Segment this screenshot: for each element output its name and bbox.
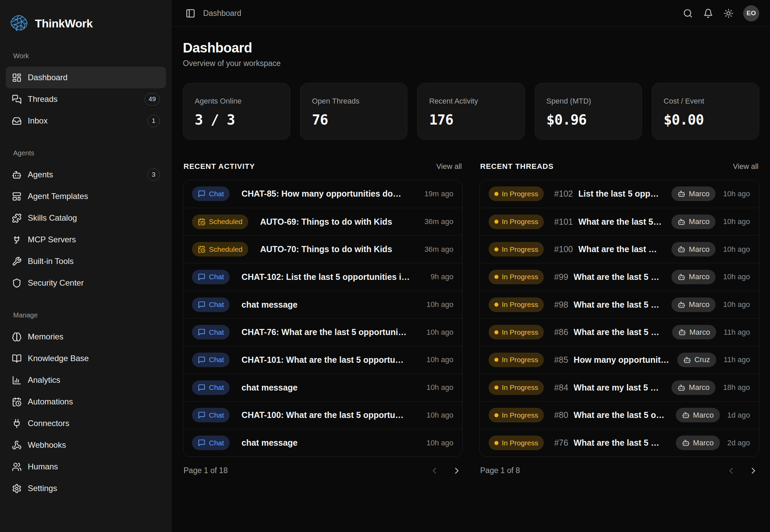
- sidebar-toggle-icon[interactable]: [184, 6, 197, 20]
- thread-title: What are the last 5 …: [574, 300, 665, 310]
- sidebar-nav: WorkDashboardThreads49Inbox1AgentsAgents…: [6, 52, 166, 499]
- sidebar-item-label: Knowledge Base: [28, 354, 160, 363]
- threads-prev-page-icon[interactable]: [726, 466, 736, 476]
- status-dot-icon: [494, 330, 498, 334]
- thread-row[interactable]: In Progress#100What are the last …Marco1…: [480, 235, 759, 263]
- chat-badge: Chat: [192, 408, 230, 422]
- thread-title: What are the last 5 …: [574, 272, 665, 282]
- status-label: In Progress: [502, 411, 538, 419]
- status-dot-icon: [494, 358, 498, 362]
- bot-icon: [678, 328, 686, 336]
- sidebar-item-memories[interactable]: Memories: [6, 326, 166, 348]
- thread-time: 10h ago: [723, 190, 750, 198]
- sidebar-item-label: Humans: [28, 462, 160, 471]
- activity-time: 10h ago: [426, 328, 453, 337]
- message-square-icon: [198, 273, 206, 281]
- stat-label: Recent Activity: [429, 97, 513, 106]
- sidebar-item-skills-catalog[interactable]: Skills Catalog: [6, 207, 166, 229]
- bot-icon: [12, 170, 22, 180]
- badge-label: Chat: [209, 301, 224, 309]
- sidebar-item-built-in-tools[interactable]: Built-in Tools: [6, 250, 166, 272]
- agent-chip: Marco: [676, 408, 720, 422]
- activity-view-all-link[interactable]: View all: [436, 162, 462, 171]
- activity-row[interactable]: ScheduledAUTO-69: Things to do with Kids…: [183, 208, 462, 236]
- sidebar-item-knowledge-base[interactable]: Knowledge Base: [6, 348, 166, 369]
- threads-next-page-icon[interactable]: [748, 466, 758, 476]
- activity-row[interactable]: Chatchat message10h ago: [183, 374, 462, 401]
- gear-icon: [12, 484, 22, 493]
- activity-row[interactable]: ChatCHAT-101: What are the last 5 opport…: [183, 346, 462, 374]
- section-label-manage: Manage: [13, 311, 166, 319]
- thread-time: 18h ago: [723, 383, 750, 392]
- activity-prev-page-icon[interactable]: [429, 466, 440, 476]
- in-progress-badge: In Progress: [489, 436, 544, 450]
- status-dot-icon: [494, 441, 498, 445]
- sidebar-item-dashboard[interactable]: Dashboard: [6, 67, 166, 88]
- thread-row[interactable]: In Progress#85How many opportunit…Cruz11…: [480, 346, 759, 374]
- sidebar-item-security-center[interactable]: Security Center: [6, 272, 166, 294]
- activity-title: CHAT-102: List the last 5 opportunities …: [241, 272, 423, 282]
- count-badge: 1: [147, 115, 160, 127]
- message-square-icon: [198, 328, 206, 336]
- sidebar-item-inbox[interactable]: Inbox1: [6, 110, 166, 132]
- sidebar-item-connectors[interactable]: Connectors: [6, 413, 166, 434]
- activity-row[interactable]: Chatchat message10h ago: [183, 429, 462, 457]
- thread-id: #101: [554, 217, 573, 227]
- recent-activity-title: RECENT ACTIVITY: [184, 162, 255, 171]
- thread-time: 10h ago: [723, 300, 750, 309]
- agent-chip: Marco: [671, 297, 715, 312]
- sidebar-item-agents[interactable]: Agents3: [6, 164, 166, 185]
- sidebar-item-label: Skills Catalog: [28, 213, 160, 223]
- activity-row[interactable]: ChatCHAT-102: List the last 5 opportunit…: [183, 263, 462, 291]
- wrench-icon: [12, 257, 22, 266]
- activity-title: chat message: [241, 438, 419, 448]
- theme-sun-icon[interactable]: [722, 6, 735, 20]
- sidebar-item-label: Security Center: [28, 278, 160, 288]
- activity-row[interactable]: ScheduledAUTO-70: Things to do with Kids…: [183, 235, 462, 263]
- bell-icon[interactable]: [701, 6, 715, 20]
- thread-row[interactable]: In Progress#84What are my last 5 …Marco1…: [480, 374, 759, 401]
- scheduled-badge: Scheduled: [192, 242, 248, 257]
- agent-name: Cruz: [694, 355, 710, 364]
- agent-chip: Marco: [671, 380, 715, 395]
- thread-row[interactable]: In Progress#99What are the last 5 …Marco…: [480, 263, 759, 291]
- sidebar-item-analytics[interactable]: Analytics: [6, 369, 166, 391]
- sidebar-item-mcp-servers[interactable]: MCP Servers: [6, 229, 166, 250]
- activity-pager: Page 1 of 18: [183, 466, 463, 476]
- activity-row[interactable]: ChatCHAT-76: What are the last 5 opportu…: [183, 318, 462, 346]
- activity-time: 19m ago: [424, 190, 453, 198]
- webhook-icon: [12, 440, 22, 450]
- avatar[interactable]: EO: [743, 5, 759, 21]
- agent-name: Marco: [693, 439, 714, 447]
- thread-row[interactable]: In Progress#102List the last 5 opp…Marco…: [480, 180, 759, 208]
- thread-id: #76: [554, 438, 568, 448]
- threads-view-all-link[interactable]: View all: [733, 162, 758, 171]
- badge-label: Chat: [209, 439, 224, 447]
- thread-time: 10h ago: [723, 245, 750, 254]
- sidebar-item-threads[interactable]: Threads49: [6, 88, 166, 110]
- sidebar-item-automations[interactable]: Automations: [6, 391, 166, 413]
- stat-label: Cost / Event: [664, 97, 747, 106]
- thread-id: #84: [554, 383, 568, 393]
- activity-row[interactable]: ChatCHAT-85: How many opportunities do…1…: [183, 180, 462, 208]
- thread-row[interactable]: In Progress#101What are the last 5…Marco…: [480, 208, 759, 236]
- activity-row[interactable]: ChatCHAT-100: What are the last 5 opport…: [183, 401, 462, 429]
- agent-name: Marco: [689, 383, 709, 392]
- sidebar-item-label: Agent Templates: [28, 192, 160, 201]
- sidebar-item-agent-templates[interactable]: Agent Templates: [6, 185, 166, 207]
- message-square-icon: [198, 439, 206, 447]
- activity-next-page-icon[interactable]: [452, 466, 462, 476]
- sidebar-item-settings[interactable]: Settings: [6, 478, 166, 499]
- thread-row[interactable]: In Progress#76What are the last 5 …Marco…: [480, 429, 759, 457]
- sidebar-item-webhooks[interactable]: Webhooks: [6, 434, 166, 456]
- activity-page-indicator: Page 1 of 18: [184, 466, 228, 475]
- thread-row[interactable]: In Progress#98What are the last 5 …Marco…: [480, 291, 759, 318]
- sidebar-item-humans[interactable]: Humans: [6, 456, 166, 478]
- activity-row[interactable]: Chatchat message10h ago: [183, 291, 462, 318]
- search-icon[interactable]: [681, 6, 694, 20]
- thread-row[interactable]: In Progress#80What are the last 5 o…Marc…: [480, 401, 759, 429]
- thread-row[interactable]: In Progress#86What are the last 5 …Marco…: [480, 318, 759, 346]
- activity-time: 10h ago: [426, 383, 453, 392]
- stat-card-agents-online: Agents Online3 / 3: [183, 83, 290, 140]
- status-label: In Progress: [502, 439, 538, 447]
